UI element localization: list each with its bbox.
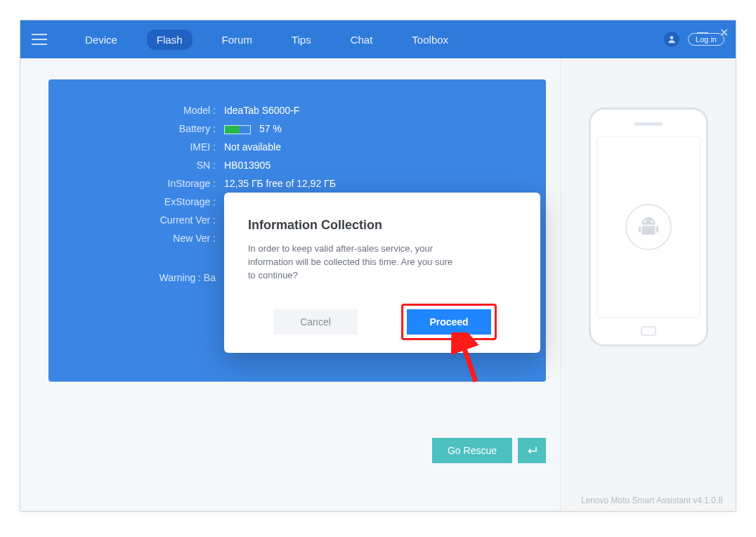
label-instorage: InStorage :	[77, 178, 224, 189]
phone-illustration	[589, 108, 708, 347]
label-warning: Warning : Ba	[77, 272, 224, 283]
label-exstorage: ExStorage :	[77, 196, 224, 207]
row-sn: SN : HB013905	[77, 160, 518, 171]
svg-point-0	[670, 36, 674, 39]
svg-rect-4	[638, 226, 640, 233]
row-battery: Battery : 57 %	[77, 123, 518, 134]
phone-screen	[597, 136, 700, 318]
value-model: IdeaTab S6000-F	[224, 105, 518, 116]
cancel-button[interactable]: Cancel	[273, 309, 358, 335]
svg-rect-3	[641, 226, 655, 235]
value-imei: Not available	[224, 141, 518, 153]
phone-home-icon	[641, 326, 656, 336]
app-window: Device Flash Forum Tips Chat Toolbox Log…	[20, 20, 736, 512]
nav-chat[interactable]: Chat	[341, 30, 383, 50]
proceed-button[interactable]: Proceed	[407, 309, 491, 335]
nav-device[interactable]: Device	[75, 30, 127, 50]
label-model: Model :	[77, 105, 224, 116]
label-newver: New Ver :	[77, 233, 224, 244]
user-icon	[667, 34, 677, 44]
nav-forum[interactable]: Forum	[212, 30, 262, 50]
minimize-icon[interactable]: —	[697, 26, 708, 39]
row-imei: IMEI : Not available	[77, 141, 518, 153]
dialog-body: In order to keep valid after-sales servi…	[248, 242, 459, 283]
go-rescue-enter-button[interactable]	[518, 438, 546, 463]
dialog-buttons: Cancel Proceed	[248, 309, 516, 335]
value-sn: HB013905	[224, 160, 518, 171]
android-icon	[625, 204, 672, 250]
nav-flash[interactable]: Flash	[147, 30, 193, 50]
battery-icon	[224, 125, 251, 134]
value-battery: 57 %	[224, 123, 518, 134]
label-currentver: Current Ver :	[77, 214, 224, 226]
enter-icon	[526, 446, 538, 455]
go-rescue-group: Go Rescue	[432, 438, 546, 463]
svg-rect-5	[656, 226, 658, 233]
close-icon[interactable]: ✕	[719, 26, 729, 39]
menu-icon[interactable]	[32, 34, 47, 45]
label-sn: SN :	[77, 160, 224, 171]
value-instorage: 12,35 ГБ free of 12,92 ГБ	[224, 178, 518, 189]
label-battery: Battery :	[77, 123, 224, 134]
footer-version: Lenovo Moto Smart Assistant v4.1.0.8	[581, 496, 723, 505]
main-nav: Device Flash Forum Tips Chat Toolbox	[75, 30, 458, 50]
row-model: Model : IdeaTab S6000-F	[77, 105, 518, 116]
row-instorage: InStorage : 12,35 ГБ free of 12,92 ГБ	[77, 178, 518, 189]
dialog-title: Information Collection	[248, 218, 516, 233]
go-rescue-button[interactable]: Go Rescue	[432, 438, 512, 463]
titlebar: Device Flash Forum Tips Chat Toolbox Log…	[20, 20, 736, 58]
phone-speaker-icon	[634, 122, 663, 126]
side-panel: Lenovo Moto Smart Assistant v4.1.0.8	[560, 58, 736, 511]
avatar-icon[interactable]	[664, 32, 679, 47]
window-controls: — ✕	[697, 26, 729, 39]
info-collection-dialog: Information Collection In order to keep …	[224, 193, 540, 353]
svg-point-2	[651, 221, 653, 223]
svg-point-1	[644, 221, 646, 223]
nav-toolbox[interactable]: Toolbox	[402, 30, 458, 50]
battery-percent: 57 %	[259, 123, 282, 134]
label-imei: IMEI :	[77, 141, 224, 153]
nav-tips[interactable]: Tips	[282, 30, 321, 50]
